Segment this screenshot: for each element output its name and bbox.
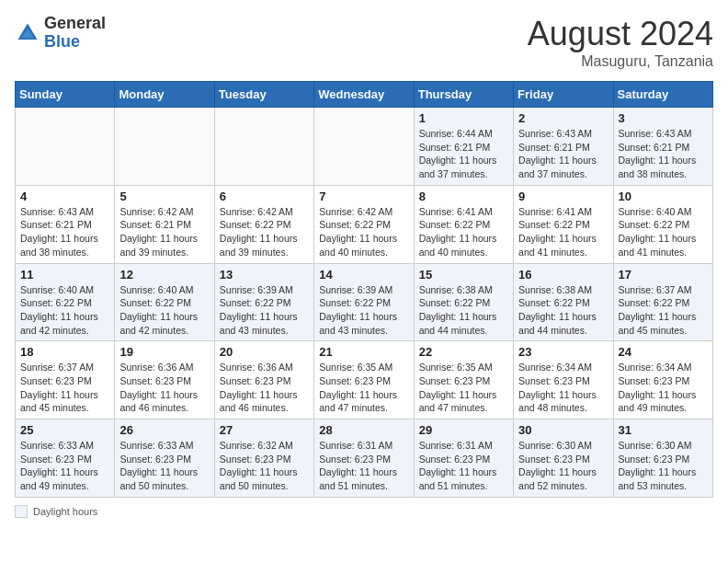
weekday-thursday: Thursday bbox=[414, 82, 513, 108]
calendar-cell: 29Sunrise: 6:31 AMSunset: 6:23 PMDayligh… bbox=[414, 419, 513, 498]
day-info: Sunrise: 6:35 AMSunset: 6:23 PMDaylight:… bbox=[419, 361, 508, 415]
day-number: 22 bbox=[419, 345, 508, 359]
day-info: Sunrise: 6:34 AMSunset: 6:23 PMDaylight:… bbox=[518, 361, 608, 415]
day-number: 13 bbox=[220, 268, 309, 282]
calendar-cell: 16Sunrise: 6:38 AMSunset: 6:22 PMDayligh… bbox=[514, 263, 613, 341]
day-info: Sunrise: 6:34 AMSunset: 6:23 PMDaylight:… bbox=[619, 361, 708, 415]
day-number: 8 bbox=[419, 190, 508, 203]
day-number: 26 bbox=[119, 423, 209, 437]
day-number: 25 bbox=[20, 423, 109, 437]
day-number: 24 bbox=[619, 345, 708, 359]
day-info: Sunrise: 6:43 AMSunset: 6:21 PMDaylight:… bbox=[619, 127, 708, 181]
day-info: Sunrise: 6:37 AMSunset: 6:22 PMDaylight:… bbox=[619, 283, 708, 338]
calendar-cell bbox=[16, 108, 115, 186]
calendar-cell bbox=[214, 108, 313, 186]
calendar-cell: 8Sunrise: 6:41 AMSunset: 6:22 PMDaylight… bbox=[414, 185, 513, 263]
day-number: 5 bbox=[119, 190, 209, 203]
logo-general-text: General bbox=[44, 14, 106, 32]
calendar-table: SundayMondayTuesdayWednesdayThursdayFrid… bbox=[15, 81, 713, 498]
calendar-cell: 17Sunrise: 6:37 AMSunset: 6:22 PMDayligh… bbox=[613, 263, 712, 341]
title-block: August 2024 Masuguru, Tanzania bbox=[528, 15, 713, 70]
day-number: 20 bbox=[220, 345, 309, 359]
day-info: Sunrise: 6:35 AMSunset: 6:23 PMDaylight:… bbox=[319, 361, 408, 415]
day-info: Sunrise: 6:38 AMSunset: 6:22 PMDaylight:… bbox=[518, 283, 608, 338]
day-number: 23 bbox=[518, 345, 608, 359]
day-info: Sunrise: 6:31 AMSunset: 6:23 PMDaylight:… bbox=[319, 439, 408, 493]
calendar-title: August 2024 bbox=[528, 15, 713, 53]
day-info: Sunrise: 6:43 AMSunset: 6:21 PMDaylight:… bbox=[20, 205, 109, 259]
calendar-cell: 3Sunrise: 6:43 AMSunset: 6:21 PMDaylight… bbox=[613, 108, 712, 186]
calendar-cell: 26Sunrise: 6:33 AMSunset: 6:23 PMDayligh… bbox=[115, 419, 214, 498]
day-info: Sunrise: 6:41 AMSunset: 6:22 PMDaylight:… bbox=[518, 205, 608, 259]
day-info: Sunrise: 6:40 AMSunset: 6:22 PMDaylight:… bbox=[619, 205, 708, 259]
calendar-cell: 12Sunrise: 6:40 AMSunset: 6:22 PMDayligh… bbox=[115, 263, 214, 341]
logo-blue-text: Blue bbox=[44, 32, 80, 51]
calendar-cell: 20Sunrise: 6:36 AMSunset: 6:23 PMDayligh… bbox=[214, 341, 313, 419]
calendar-cell: 13Sunrise: 6:39 AMSunset: 6:22 PMDayligh… bbox=[214, 263, 313, 341]
day-info: Sunrise: 6:42 AMSunset: 6:22 PMDaylight:… bbox=[319, 205, 408, 259]
day-number: 2 bbox=[518, 111, 608, 125]
day-info: Sunrise: 6:36 AMSunset: 6:23 PMDaylight:… bbox=[119, 361, 209, 415]
day-info: Sunrise: 6:42 AMSunset: 6:22 PMDaylight:… bbox=[220, 205, 309, 259]
day-number: 17 bbox=[619, 268, 708, 282]
calendar-cell: 4Sunrise: 6:43 AMSunset: 6:21 PMDaylight… bbox=[16, 185, 115, 263]
day-info: Sunrise: 6:32 AMSunset: 6:23 PMDaylight:… bbox=[220, 439, 309, 493]
calendar-location: Masuguru, Tanzania bbox=[528, 53, 713, 70]
calendar-cell: 27Sunrise: 6:32 AMSunset: 6:23 PMDayligh… bbox=[214, 419, 313, 498]
logo: General Blue bbox=[15, 15, 106, 52]
day-number: 9 bbox=[518, 190, 608, 203]
day-number: 14 bbox=[319, 268, 408, 282]
day-number: 18 bbox=[20, 345, 109, 359]
day-info: Sunrise: 6:41 AMSunset: 6:22 PMDaylight:… bbox=[419, 205, 508, 259]
day-number: 29 bbox=[419, 423, 508, 437]
calendar-cell: 6Sunrise: 6:42 AMSunset: 6:22 PMDaylight… bbox=[214, 185, 313, 263]
calendar-cell: 21Sunrise: 6:35 AMSunset: 6:23 PMDayligh… bbox=[314, 341, 414, 419]
calendar-cell: 5Sunrise: 6:42 AMSunset: 6:21 PMDaylight… bbox=[115, 185, 214, 263]
legend-box bbox=[15, 505, 28, 518]
day-number: 1 bbox=[419, 111, 508, 125]
calendar-cell: 15Sunrise: 6:38 AMSunset: 6:22 PMDayligh… bbox=[414, 263, 513, 341]
day-info: Sunrise: 6:39 AMSunset: 6:22 PMDaylight:… bbox=[220, 283, 309, 338]
calendar-cell: 11Sunrise: 6:40 AMSunset: 6:22 PMDayligh… bbox=[16, 263, 115, 341]
day-info: Sunrise: 6:40 AMSunset: 6:22 PMDaylight:… bbox=[20, 283, 109, 338]
day-info: Sunrise: 6:38 AMSunset: 6:22 PMDaylight:… bbox=[419, 283, 508, 338]
calendar-cell: 28Sunrise: 6:31 AMSunset: 6:23 PMDayligh… bbox=[314, 419, 414, 498]
calendar-cell: 7Sunrise: 6:42 AMSunset: 6:22 PMDaylight… bbox=[314, 185, 414, 263]
week-row-0: 1Sunrise: 6:44 AMSunset: 6:21 PMDaylight… bbox=[16, 108, 713, 186]
day-info: Sunrise: 6:36 AMSunset: 6:23 PMDaylight:… bbox=[220, 361, 309, 415]
calendar-cell: 22Sunrise: 6:35 AMSunset: 6:23 PMDayligh… bbox=[414, 341, 513, 419]
weekday-wednesday: Wednesday bbox=[314, 82, 414, 108]
week-row-4: 25Sunrise: 6:33 AMSunset: 6:23 PMDayligh… bbox=[16, 419, 713, 498]
day-number: 11 bbox=[20, 268, 109, 282]
day-number: 15 bbox=[419, 268, 508, 282]
calendar-cell: 18Sunrise: 6:37 AMSunset: 6:23 PMDayligh… bbox=[16, 341, 115, 419]
day-number: 16 bbox=[518, 268, 608, 282]
weekday-saturday: Saturday bbox=[613, 82, 712, 108]
day-info: Sunrise: 6:43 AMSunset: 6:21 PMDaylight:… bbox=[518, 127, 608, 181]
day-number: 12 bbox=[119, 268, 209, 282]
day-number: 21 bbox=[319, 345, 408, 359]
day-info: Sunrise: 6:39 AMSunset: 6:22 PMDaylight:… bbox=[319, 283, 408, 338]
calendar-cell: 25Sunrise: 6:33 AMSunset: 6:23 PMDayligh… bbox=[16, 419, 115, 498]
calendar-cell bbox=[115, 108, 214, 186]
day-number: 31 bbox=[619, 423, 708, 437]
weekday-sunday: Sunday bbox=[16, 82, 115, 108]
weekday-tuesday: Tuesday bbox=[214, 82, 313, 108]
calendar-cell: 1Sunrise: 6:44 AMSunset: 6:21 PMDaylight… bbox=[414, 108, 513, 186]
day-number: 10 bbox=[619, 190, 708, 203]
logo-icon bbox=[15, 20, 40, 46]
day-info: Sunrise: 6:33 AMSunset: 6:23 PMDaylight:… bbox=[20, 439, 109, 493]
calendar-cell: 9Sunrise: 6:41 AMSunset: 6:22 PMDaylight… bbox=[514, 185, 613, 263]
day-info: Sunrise: 6:31 AMSunset: 6:23 PMDaylight:… bbox=[419, 439, 508, 493]
calendar-cell: 23Sunrise: 6:34 AMSunset: 6:23 PMDayligh… bbox=[514, 341, 613, 419]
day-number: 4 bbox=[20, 190, 109, 203]
calendar-cell bbox=[314, 108, 414, 186]
day-info: Sunrise: 6:33 AMSunset: 6:23 PMDaylight:… bbox=[119, 439, 209, 493]
day-info: Sunrise: 6:30 AMSunset: 6:23 PMDaylight:… bbox=[619, 439, 708, 493]
calendar-cell: 24Sunrise: 6:34 AMSunset: 6:23 PMDayligh… bbox=[613, 341, 712, 419]
day-number: 7 bbox=[319, 190, 408, 203]
page-header: General Blue August 2024 Masuguru, Tanza… bbox=[15, 15, 713, 70]
day-number: 27 bbox=[220, 423, 309, 437]
day-info: Sunrise: 6:44 AMSunset: 6:21 PMDaylight:… bbox=[419, 127, 508, 181]
weekday-header-row: SundayMondayTuesdayWednesdayThursdayFrid… bbox=[16, 82, 713, 108]
